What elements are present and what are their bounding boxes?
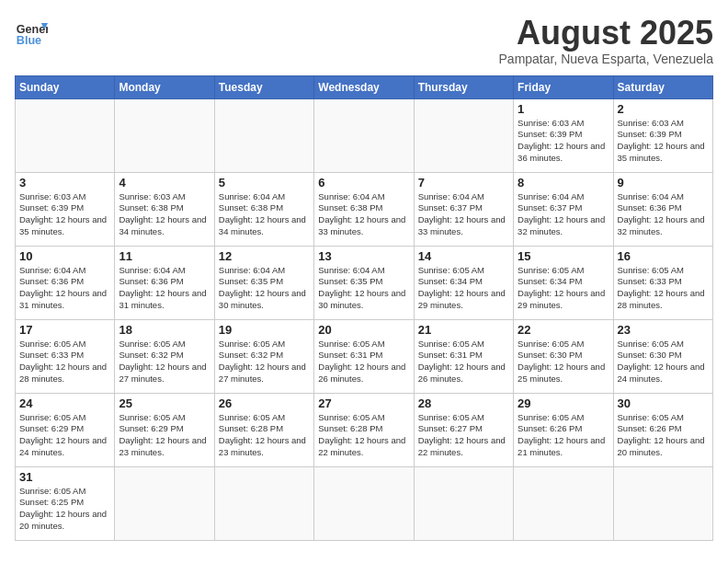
day-info: Sunrise: 6:04 AMSunset: 6:36 PMDaylight:… <box>19 265 110 312</box>
calendar-body: 1Sunrise: 6:03 AMSunset: 6:39 PMDaylight… <box>16 98 713 540</box>
calendar-cell <box>613 466 712 540</box>
calendar-cell: 22Sunrise: 6:05 AMSunset: 6:30 PMDayligh… <box>514 319 613 393</box>
calendar-cell: 18Sunrise: 6:05 AMSunset: 6:32 PMDayligh… <box>115 319 214 393</box>
calendar-cell: 17Sunrise: 6:05 AMSunset: 6:33 PMDayligh… <box>16 319 115 393</box>
calendar-week-3: 10Sunrise: 6:04 AMSunset: 6:36 PMDayligh… <box>16 246 713 319</box>
calendar-week-4: 17Sunrise: 6:05 AMSunset: 6:33 PMDayligh… <box>16 319 713 393</box>
calendar-week-2: 3Sunrise: 6:03 AMSunset: 6:39 PMDaylight… <box>16 172 713 246</box>
calendar-cell: 31Sunrise: 6:05 AMSunset: 6:25 PMDayligh… <box>16 466 115 540</box>
day-info: Sunrise: 6:04 AMSunset: 6:38 PMDaylight:… <box>318 191 409 238</box>
calendar-cell <box>314 98 414 172</box>
day-number: 10 <box>19 249 110 263</box>
day-number: 29 <box>518 396 609 410</box>
calendar-cell: 1Sunrise: 6:03 AMSunset: 6:39 PMDaylight… <box>514 98 613 172</box>
calendar-cell: 30Sunrise: 6:05 AMSunset: 6:26 PMDayligh… <box>613 393 712 466</box>
calendar-cell: 26Sunrise: 6:05 AMSunset: 6:28 PMDayligh… <box>214 393 313 466</box>
day-number: 4 <box>119 176 210 190</box>
calendar-cell: 11Sunrise: 6:04 AMSunset: 6:36 PMDayligh… <box>115 246 214 319</box>
logo: General Blue <box>15 15 48 48</box>
calendar-cell <box>414 98 513 172</box>
calendar-cell <box>16 98 115 172</box>
calendar-cell: 2Sunrise: 6:03 AMSunset: 6:39 PMDaylight… <box>613 98 712 172</box>
day-info: Sunrise: 6:03 AMSunset: 6:38 PMDaylight:… <box>119 191 210 238</box>
calendar-cell: 9Sunrise: 6:04 AMSunset: 6:36 PMDaylight… <box>613 172 712 246</box>
calendar-cell: 29Sunrise: 6:05 AMSunset: 6:26 PMDayligh… <box>514 393 613 466</box>
day-info: Sunrise: 6:05 AMSunset: 6:33 PMDaylight:… <box>19 339 110 385</box>
day-info: Sunrise: 6:05 AMSunset: 6:31 PMDaylight:… <box>418 339 509 385</box>
day-number: 2 <box>618 102 709 116</box>
day-info: Sunrise: 6:05 AMSunset: 6:30 PMDaylight:… <box>518 339 609 385</box>
day-info: Sunrise: 6:04 AMSunset: 6:37 PMDaylight:… <box>418 191 509 238</box>
day-number: 8 <box>518 176 609 190</box>
calendar-week-1: 1Sunrise: 6:03 AMSunset: 6:39 PMDaylight… <box>16 98 713 172</box>
day-number: 31 <box>19 470 110 484</box>
weekday-friday: Friday <box>514 75 613 98</box>
day-info: Sunrise: 6:05 AMSunset: 6:34 PMDaylight:… <box>418 265 509 312</box>
day-number: 24 <box>19 396 110 410</box>
calendar-cell: 5Sunrise: 6:04 AMSunset: 6:38 PMDaylight… <box>214 172 313 246</box>
day-info: Sunrise: 6:03 AMSunset: 6:39 PMDaylight:… <box>518 118 609 165</box>
calendar-cell <box>214 98 313 172</box>
calendar-cell: 19Sunrise: 6:05 AMSunset: 6:32 PMDayligh… <box>214 319 313 393</box>
calendar-cell: 14Sunrise: 6:05 AMSunset: 6:34 PMDayligh… <box>414 246 513 319</box>
day-info: Sunrise: 6:05 AMSunset: 6:32 PMDaylight:… <box>219 339 310 385</box>
day-number: 22 <box>518 323 609 337</box>
title-area: August 2025 Pampatar, Nueva Esparta, Ven… <box>499 15 713 66</box>
day-info: Sunrise: 6:05 AMSunset: 6:32 PMDaylight:… <box>119 339 210 385</box>
weekday-saturday: Saturday <box>613 75 712 98</box>
calendar-cell: 13Sunrise: 6:04 AMSunset: 6:35 PMDayligh… <box>314 246 414 319</box>
day-number: 17 <box>19 323 110 337</box>
day-number: 12 <box>219 249 310 263</box>
day-number: 23 <box>618 323 709 337</box>
weekday-tuesday: Tuesday <box>214 75 313 98</box>
weekday-header-row: SundayMondayTuesdayWednesdayThursdayFrid… <box>16 75 713 98</box>
day-number: 16 <box>618 249 709 263</box>
weekday-sunday: Sunday <box>16 75 115 98</box>
calendar-cell <box>414 466 513 540</box>
calendar-cell: 23Sunrise: 6:05 AMSunset: 6:30 PMDayligh… <box>613 319 712 393</box>
day-info: Sunrise: 6:05 AMSunset: 6:27 PMDaylight:… <box>418 412 509 459</box>
calendar-cell: 8Sunrise: 6:04 AMSunset: 6:37 PMDaylight… <box>514 172 613 246</box>
day-info: Sunrise: 6:05 AMSunset: 6:28 PMDaylight:… <box>318 412 409 459</box>
day-info: Sunrise: 6:04 AMSunset: 6:35 PMDaylight:… <box>219 265 310 312</box>
day-number: 5 <box>219 176 310 190</box>
day-number: 21 <box>418 323 509 337</box>
calendar-header: SundayMondayTuesdayWednesdayThursdayFrid… <box>16 75 713 98</box>
day-number: 28 <box>418 396 509 410</box>
svg-text:Blue: Blue <box>17 34 41 47</box>
day-info: Sunrise: 6:03 AMSunset: 6:39 PMDaylight:… <box>618 118 709 165</box>
day-number: 19 <box>219 323 310 337</box>
calendar-cell: 7Sunrise: 6:04 AMSunset: 6:37 PMDaylight… <box>414 172 513 246</box>
calendar-cell <box>314 466 414 540</box>
day-info: Sunrise: 6:05 AMSunset: 6:29 PMDaylight:… <box>119 412 210 459</box>
day-number: 20 <box>318 323 409 337</box>
weekday-thursday: Thursday <box>414 75 513 98</box>
day-number: 25 <box>119 396 210 410</box>
calendar-cell <box>115 98 214 172</box>
page-header: General Blue August 2025 Pampatar, Nueva… <box>15 15 713 66</box>
calendar-cell: 24Sunrise: 6:05 AMSunset: 6:29 PMDayligh… <box>16 393 115 466</box>
day-number: 11 <box>119 249 210 263</box>
day-info: Sunrise: 6:04 AMSunset: 6:36 PMDaylight:… <box>618 191 709 238</box>
calendar-subtitle: Pampatar, Nueva Esparta, Venezuela <box>499 52 713 66</box>
calendar-cell <box>214 466 313 540</box>
day-info: Sunrise: 6:05 AMSunset: 6:25 PMDaylight:… <box>19 486 110 533</box>
calendar-week-5: 24Sunrise: 6:05 AMSunset: 6:29 PMDayligh… <box>16 393 713 466</box>
day-info: Sunrise: 6:04 AMSunset: 6:37 PMDaylight:… <box>518 191 609 238</box>
day-number: 15 <box>518 249 609 263</box>
day-info: Sunrise: 6:03 AMSunset: 6:39 PMDaylight:… <box>19 191 110 238</box>
day-info: Sunrise: 6:04 AMSunset: 6:36 PMDaylight:… <box>119 265 210 312</box>
day-number: 7 <box>418 176 509 190</box>
calendar-cell: 21Sunrise: 6:05 AMSunset: 6:31 PMDayligh… <box>414 319 513 393</box>
day-number: 18 <box>119 323 210 337</box>
day-info: Sunrise: 6:04 AMSunset: 6:35 PMDaylight:… <box>318 265 409 312</box>
weekday-monday: Monday <box>115 75 214 98</box>
calendar-cell: 6Sunrise: 6:04 AMSunset: 6:38 PMDaylight… <box>314 172 414 246</box>
day-info: Sunrise: 6:05 AMSunset: 6:29 PMDaylight:… <box>19 412 110 459</box>
day-info: Sunrise: 6:05 AMSunset: 6:26 PMDaylight:… <box>518 412 609 459</box>
calendar-cell: 25Sunrise: 6:05 AMSunset: 6:29 PMDayligh… <box>115 393 214 466</box>
calendar-cell <box>115 466 214 540</box>
day-number: 13 <box>318 249 409 263</box>
calendar-cell <box>514 466 613 540</box>
calendar-cell: 28Sunrise: 6:05 AMSunset: 6:27 PMDayligh… <box>414 393 513 466</box>
